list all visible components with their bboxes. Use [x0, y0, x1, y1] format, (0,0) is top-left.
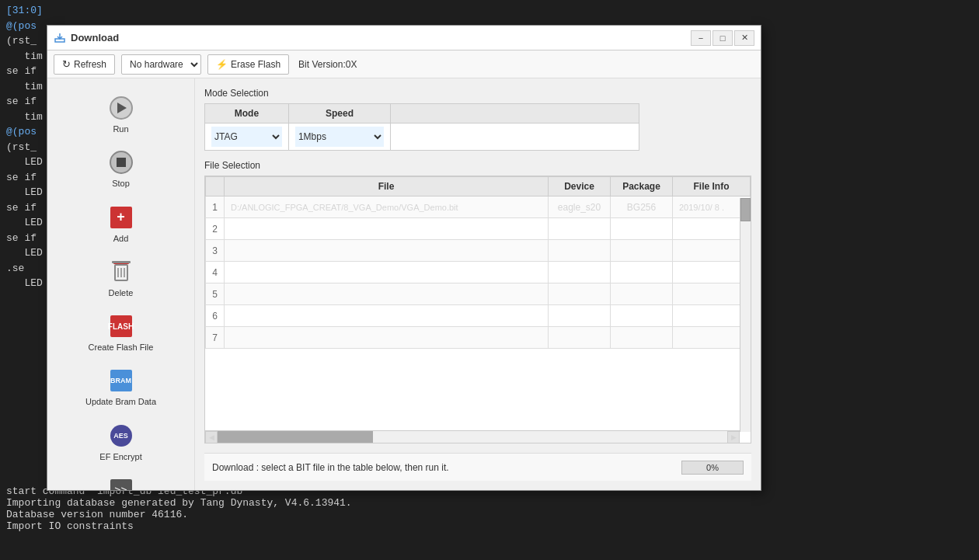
file-table: File Device Package File Info 1 D:/ANLOG… [205, 176, 751, 349]
device-cell [549, 327, 611, 349]
package-cell [611, 283, 673, 305]
refresh-button[interactable]: ↻ Refresh [54, 54, 115, 75]
table-row: 2 [206, 218, 751, 240]
merge-dualboot-button[interactable]: >> Merge Dualboot Bit [67, 473, 176, 490]
erase-flash-button[interactable]: ⚡ Erase Flash [207, 54, 289, 75]
mode-selection-section: Mode Selection Mode Speed [204, 88, 751, 151]
terminal-output-line: Import IO constraints [6, 520, 973, 532]
empty-cell [391, 123, 639, 151]
mode-dropdown[interactable]: JTAG UART SPI [211, 127, 282, 147]
fileinfo-cell [673, 305, 751, 327]
stop-button[interactable]: Stop [67, 145, 176, 193]
delete-label: Delete [109, 287, 134, 298]
table-row: 5 [206, 283, 751, 305]
hardware-select[interactable]: No hardware [121, 54, 201, 75]
run-label: Run [113, 123, 128, 134]
progress-text: 0% [682, 461, 743, 474]
table-row: 4 [206, 262, 751, 283]
vertical-scrollbar[interactable] [740, 198, 751, 432]
row-number: 3 [206, 240, 225, 262]
stop-icon [109, 150, 134, 175]
speed-dropdown[interactable]: 1Mbps 2Mbps 4Mbps 500Kbps [295, 127, 384, 147]
fileinfo-cell: 2019/10/ 8 . [673, 197, 751, 218]
fileinfo-cell [673, 240, 751, 262]
status-bar: Download : select a BIT file in the tabl… [204, 453, 751, 481]
right-panel: Mode Selection Mode Speed [195, 78, 761, 490]
scroll-track[interactable] [218, 431, 727, 443]
sidebar: Run Stop + Add [47, 78, 195, 490]
package-cell [611, 218, 673, 240]
toolbar: ↻ Refresh No hardware ⚡ Erase Flash Bit … [47, 50, 761, 78]
create-flash-icon: FLASH [109, 314, 134, 339]
device-header: Device [549, 177, 611, 197]
bottom-terminal: start command "import_db led_test_pr.db"… [0, 482, 979, 560]
file-section-label: File Selection [204, 160, 751, 171]
create-flash-button[interactable]: FLASH Create Flash File [67, 309, 176, 357]
scroll-right-arrow[interactable]: ▶ [727, 431, 740, 443]
empty-header [391, 104, 639, 123]
file-path-cell [225, 240, 549, 262]
scroll-thumb[interactable] [218, 431, 373, 443]
update-bram-label: Update Bram Data [85, 396, 156, 407]
row-number: 6 [206, 305, 225, 327]
add-button[interactable]: + Add [67, 200, 176, 249]
terminal-output-line: Database version number 46116. [6, 509, 973, 520]
mode-section-label: Mode Selection [204, 88, 751, 99]
row-number: 1 [206, 197, 225, 218]
run-button[interactable]: Run [67, 91, 176, 139]
package-cell [611, 327, 673, 349]
row-number: 7 [206, 327, 225, 349]
num-header [206, 177, 225, 197]
package-cell [611, 240, 673, 262]
horizontal-scrollbar[interactable]: ◀ ▶ [205, 430, 740, 443]
row-number: 5 [206, 283, 225, 305]
file-selection-section: File Selection File Device Package File … [204, 160, 751, 443]
mode-cell: JTAG UART SPI [205, 123, 289, 151]
status-message: Download : select a BIT file in the tabl… [212, 462, 675, 473]
device-cell: eagle_s20 [549, 197, 611, 218]
package-cell [611, 262, 673, 283]
file-table-scroll[interactable]: File Device Package File Info 1 D:/ANLOG… [205, 176, 751, 443]
merge-dualboot-icon: >> [109, 478, 134, 490]
update-bram-icon: BRAM [109, 368, 134, 393]
delete-button[interactable]: Delete [67, 255, 176, 303]
device-cell [549, 262, 611, 283]
speed-cell: 1Mbps 2Mbps 4Mbps 500Kbps [288, 123, 390, 151]
package-cell [611, 305, 673, 327]
scrollbar-thumb[interactable] [740, 198, 751, 221]
file-path-cell [225, 327, 549, 349]
maximize-button[interactable]: □ [712, 30, 733, 46]
erase-label: Erase Flash [231, 59, 280, 70]
fileinfo-cell [673, 218, 751, 240]
create-flash-label: Create Flash File [89, 342, 154, 353]
close-button[interactable]: ✕ [734, 30, 754, 46]
file-path-cell [225, 218, 549, 240]
fileinfo-header: File Info [673, 177, 751, 197]
ef-encrypt-label: EF Encrypt [99, 451, 141, 462]
scroll-left-arrow[interactable]: ◀ [205, 431, 218, 443]
fileinfo-cell [673, 327, 751, 349]
terminal-line: [31:0] [3, 3, 976, 19]
add-icon: + [109, 205, 134, 230]
main-content: Run Stop + Add [47, 78, 761, 490]
fileinfo-cell [673, 262, 751, 283]
file-path-cell [225, 262, 549, 283]
row-number: 2 [206, 218, 225, 240]
update-bram-button[interactable]: BRAM Update Bram Data [67, 363, 176, 412]
svg-rect-2 [112, 261, 131, 263]
download-dialog: Download − □ ✕ ↻ Refresh No hardware ⚡ E… [47, 25, 761, 491]
refresh-icon: ↻ [62, 58, 71, 70]
device-cell [549, 283, 611, 305]
device-cell [549, 305, 611, 327]
file-path-cell [225, 283, 549, 305]
file-path-cell: D:/ANLOGIC_FPGA_CREAT/8_VGA_Demo/VGA_Dem… [225, 197, 549, 218]
minimize-button[interactable]: − [691, 30, 711, 46]
package-cell: BG256 [611, 197, 673, 218]
mode-column-header: Mode [205, 104, 289, 123]
stop-label: Stop [112, 178, 130, 189]
bit-version-text: Bit Version:0X [298, 59, 357, 70]
ef-encrypt-icon: AES [109, 423, 134, 448]
ef-encrypt-button[interactable]: AES EF Encrypt [67, 419, 176, 467]
download-icon [54, 32, 66, 44]
speed-column-header: Speed [288, 104, 390, 123]
